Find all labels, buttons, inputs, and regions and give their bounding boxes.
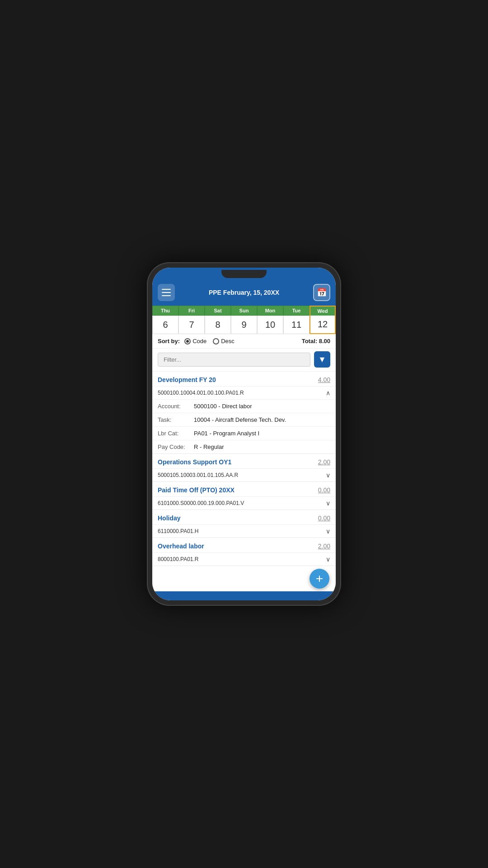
charge-hours-1[interactable]: 2.00 [318, 458, 330, 466]
hamburger-line-3 [162, 295, 171, 296]
day-name: Thu [152, 306, 178, 316]
charge-header-1: Operations Support OY1 2.00 [152, 454, 336, 468]
detail-val-0-3: R - Regular [194, 443, 330, 450]
sort-desc-radio[interactable] [213, 338, 219, 344]
header-title: PPE February, 15, 20XX [209, 289, 279, 296]
charge-group-3: Holiday 0.00 6110000.PA01.H ∨ [152, 510, 336, 538]
day-num: 8 [205, 316, 231, 334]
detail-key-0-0: Account: [158, 403, 194, 410]
calendar-icon: 📅 [317, 288, 327, 297]
day-col-fri[interactable]: Fri 7 [178, 306, 205, 334]
app-header: PPE February, 15, 20XX 📅 [152, 280, 336, 306]
day-col-thu[interactable]: Thu 6 [152, 306, 178, 334]
day-col-mon[interactable]: Mon 10 [257, 306, 283, 334]
add-button[interactable]: + [310, 569, 329, 589]
charge-code-3: 6110000.PA01.H [158, 528, 199, 534]
day-name: Tue [283, 306, 310, 316]
chevron-4[interactable]: ∨ [326, 556, 330, 563]
charge-code-0: 5000100.10004.001.00.100.PA01.R [158, 390, 244, 396]
detail-row-0-0: Account: 5000100 - Direct labor [152, 399, 336, 413]
filter-row: ▼ [152, 349, 336, 372]
charge-code-4: 8000100.PA01.R [158, 556, 199, 562]
filter-icon: ▼ [318, 355, 326, 364]
day-num: 7 [178, 316, 205, 334]
day-col-sun[interactable]: Sun 9 [231, 306, 257, 334]
menu-button[interactable] [158, 284, 175, 301]
charge-group-2: Paid Time Off (PTO) 20XX 0.00 6101000.S0… [152, 482, 336, 510]
detail-key-0-2: Lbr Cat: [158, 430, 194, 437]
charge-code-1: 5000105.10003.001.01.105.AA.R [158, 472, 238, 478]
charge-code-row-2: 6101000.S0000.000.19.000.PA01.V ∨ [152, 496, 336, 509]
charge-code-row-4: 8000100.PA01.R ∨ [152, 552, 336, 566]
charge-header-2: Paid Time Off (PTO) 20XX 0.00 [152, 482, 336, 496]
charge-name-2: Paid Time Off (PTO) 20XX [158, 486, 235, 494]
day-name: Mon [257, 306, 283, 316]
day-name: Fri [178, 306, 205, 316]
chevron-3[interactable]: ∨ [326, 528, 330, 535]
sort-code-radio[interactable] [184, 338, 191, 344]
day-col-tue[interactable]: Tue 11 [283, 306, 310, 334]
sort-desc-option[interactable]: Desc [213, 338, 235, 344]
hamburger-line-2 [162, 292, 171, 293]
day-picker: Thu 6 Fri 7 Sat 8 Sun 9 Mon 10 Tue 11 We… [152, 306, 336, 334]
hamburger-line-1 [162, 289, 171, 290]
fab-container: + [152, 566, 336, 591]
charge-hours-4[interactable]: 2.00 [318, 542, 330, 550]
charges-container: Development FY 20 4.00 5000100.10004.001… [152, 372, 336, 566]
filter-button[interactable]: ▼ [314, 351, 330, 368]
charge-hours-0[interactable]: 4.00 [318, 376, 330, 383]
sort-code-label: Code [192, 338, 206, 344]
charge-code-row-3: 6110000.PA01.H ∨ [152, 524, 336, 538]
charge-group-0: Development FY 20 4.00 5000100.10004.001… [152, 372, 336, 454]
chevron-0[interactable]: ∧ [326, 389, 330, 396]
day-col-sat[interactable]: Sat 8 [205, 306, 231, 334]
charge-hours-2[interactable]: 0.00 [318, 486, 330, 494]
calendar-button[interactable]: 📅 [313, 284, 330, 301]
day-num: 11 [283, 316, 310, 334]
sort-desc-label: Desc [221, 338, 235, 344]
day-num: 6 [152, 316, 178, 334]
charge-group-1: Operations Support OY1 2.00 5000105.1000… [152, 454, 336, 482]
sort-code-option[interactable]: Code [184, 338, 206, 344]
charge-code-row-1: 5000105.10003.001.01.105.AA.R ∨ [152, 468, 336, 481]
detail-val-0-0: 5000100 - Direct labor [194, 403, 330, 410]
charge-name-3: Holiday [158, 514, 181, 522]
day-name: Sun [231, 306, 257, 316]
detail-val-0-1: 10004 - Aircraft Defense Tech. Dev. [194, 416, 330, 423]
chevron-1[interactable]: ∨ [326, 472, 330, 479]
charge-header-0: Development FY 20 4.00 [152, 372, 336, 386]
sort-radio-group: Code Desc [184, 338, 302, 344]
charge-code-row-0: 5000100.10004.001.00.100.PA01.R ∧ [152, 386, 336, 399]
charge-group-4: Overhead labor 2.00 8000100.PA01.R ∨ [152, 538, 336, 566]
day-num: 10 [257, 316, 283, 334]
day-num: 9 [231, 316, 257, 334]
detail-key-0-3: Pay Code: [158, 443, 194, 450]
add-icon: + [316, 571, 323, 586]
detail-key-0-1: Task: [158, 416, 194, 423]
detail-val-0-2: PA01 - Program Analyst I [194, 430, 330, 437]
day-name: Wed [310, 306, 336, 316]
total-display: Total: 8.00 [302, 338, 330, 344]
charge-header-4: Overhead labor 2.00 [152, 538, 336, 552]
content-area: Sort by: Code Desc Total: 8.00 [152, 334, 336, 591]
charge-name-0: Development FY 20 [158, 376, 216, 383]
detail-rows-0: Account: 5000100 - Direct labor Task: 10… [152, 399, 336, 453]
sort-bar: Sort by: Code Desc Total: 8.00 [152, 334, 336, 349]
charge-name-4: Overhead labor [158, 542, 204, 550]
charge-code-2: 6101000.S0000.000.19.000.PA01.V [158, 500, 244, 506]
charge-header-3: Holiday 0.00 [152, 510, 336, 524]
bottom-bar [152, 591, 336, 600]
day-name: Sat [205, 306, 231, 316]
charge-name-1: Operations Support OY1 [158, 458, 231, 466]
detail-row-0-2: Lbr Cat: PA01 - Program Analyst I [152, 426, 336, 440]
detail-row-0-1: Task: 10004 - Aircraft Defense Tech. Dev… [152, 413, 336, 426]
filter-input[interactable] [158, 353, 310, 367]
chevron-2[interactable]: ∨ [326, 500, 330, 507]
day-num: 12 [310, 316, 336, 334]
day-col-wed[interactable]: Wed 12 [310, 306, 336, 334]
sort-label: Sort by: [158, 338, 180, 344]
detail-row-0-3: Pay Code: R - Regular [152, 440, 336, 453]
charge-hours-3[interactable]: 0.00 [318, 514, 330, 522]
